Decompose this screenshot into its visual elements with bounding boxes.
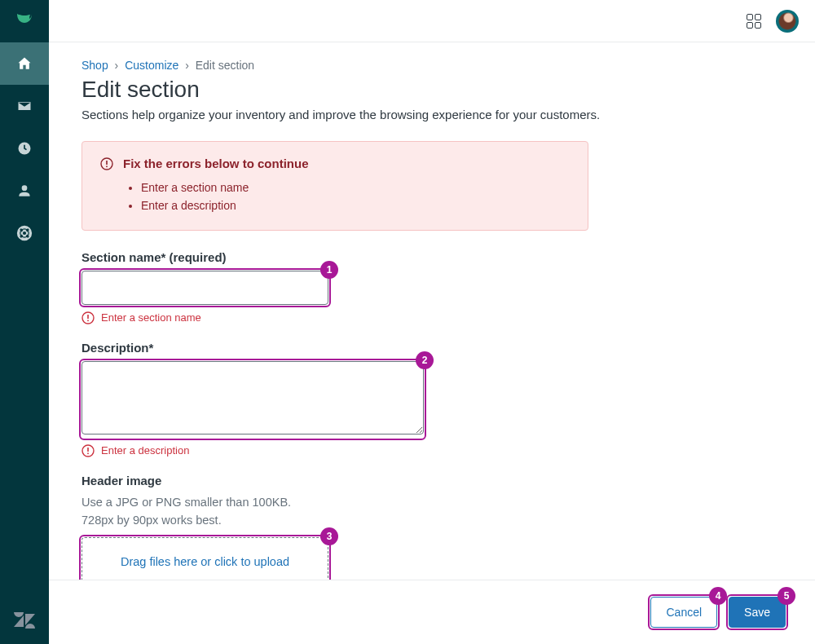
error-text: Enter a description <box>101 444 189 457</box>
description-label: Description* <box>82 341 782 355</box>
alert-icon <box>82 444 95 457</box>
apps-grid-icon[interactable] <box>747 14 761 29</box>
breadcrumb-shop[interactable]: Shop <box>82 59 108 72</box>
lifebuoy-icon <box>16 225 33 241</box>
sidebar-zendesk-brand[interactable] <box>0 611 49 644</box>
avatar[interactable] <box>776 10 799 33</box>
svg-point-3 <box>22 231 28 236</box>
section-name-input[interactable] <box>82 271 328 305</box>
mail-icon <box>16 98 33 114</box>
sidebar-item-home[interactable] <box>0 42 49 85</box>
svg-point-1 <box>22 185 28 191</box>
alert-icon <box>82 311 95 324</box>
home-icon <box>16 55 33 72</box>
alert-icon <box>100 157 113 170</box>
sidebar-item-user[interactable] <box>0 170 49 212</box>
svg-rect-5 <box>106 161 108 165</box>
breadcrumb-current: Edit section <box>196 59 254 72</box>
dropzone-text: Drag files here or click to upload <box>121 555 289 568</box>
topbar <box>49 0 815 42</box>
error-alert: Fix the errors below to continue Enter a… <box>82 141 588 231</box>
svg-rect-11 <box>87 448 89 452</box>
alert-title: Fix the errors below to continue <box>123 157 309 170</box>
sidebar-nav <box>0 42 49 611</box>
svg-rect-8 <box>87 315 89 319</box>
breadcrumb: Shop › Customize › Edit section <box>82 59 782 72</box>
sidebar-item-schedule[interactable] <box>0 127 49 170</box>
error-text: Enter a section name <box>101 311 201 324</box>
main-scroll: Shop › Customize › Edit section Edit sec… <box>49 42 815 580</box>
content-area: Shop › Customize › Edit section Edit sec… <box>49 0 815 644</box>
svg-rect-9 <box>87 320 89 321</box>
form-group-header-image: Header image Use a JPG or PNG smaller th… <box>82 474 782 580</box>
section-name-label: Section name* (required) <box>82 250 782 264</box>
footer: Cancel 4 Save 5 <box>49 580 815 644</box>
svg-rect-6 <box>106 165 108 167</box>
page-description: Sections help organize your inventory an… <box>82 108 782 121</box>
description-textarea[interactable] <box>82 361 424 434</box>
chevron-right-icon: › <box>115 59 119 72</box>
save-button[interactable]: Save <box>729 597 786 628</box>
header-image-hint: Use a JPG or PNG smaller than 100KB. 728… <box>82 494 326 530</box>
header-image-label: Header image <box>82 474 782 487</box>
page-title: Edit section <box>82 77 782 103</box>
section-name-error: Enter a section name <box>82 311 782 324</box>
alert-item: Enter a section name <box>141 179 570 196</box>
user-icon <box>16 183 33 199</box>
zendesk-icon <box>14 611 35 629</box>
sidebar-item-support[interactable] <box>0 212 49 254</box>
cancel-button[interactable]: Cancel <box>650 597 717 628</box>
form-group-section-name: Section name* (required) 1 Enter a secti… <box>82 250 782 324</box>
description-error: Enter a description <box>82 444 782 457</box>
alert-item: Enter a description <box>141 196 570 214</box>
product-logo[interactable] <box>0 0 49 42</box>
sidebar <box>0 0 49 644</box>
chevron-right-icon: › <box>185 59 189 72</box>
svg-rect-12 <box>87 452 89 454</box>
clock-icon <box>16 140 33 157</box>
sidebar-item-messages[interactable] <box>0 85 49 127</box>
header-image-dropzone[interactable]: Drag files here or click to upload <box>82 537 328 580</box>
form-group-description: Description* 2 Enter a description <box>82 341 782 457</box>
svg-point-2 <box>19 227 31 240</box>
tulip-icon <box>15 11 34 31</box>
breadcrumb-customize[interactable]: Customize <box>125 59 178 72</box>
